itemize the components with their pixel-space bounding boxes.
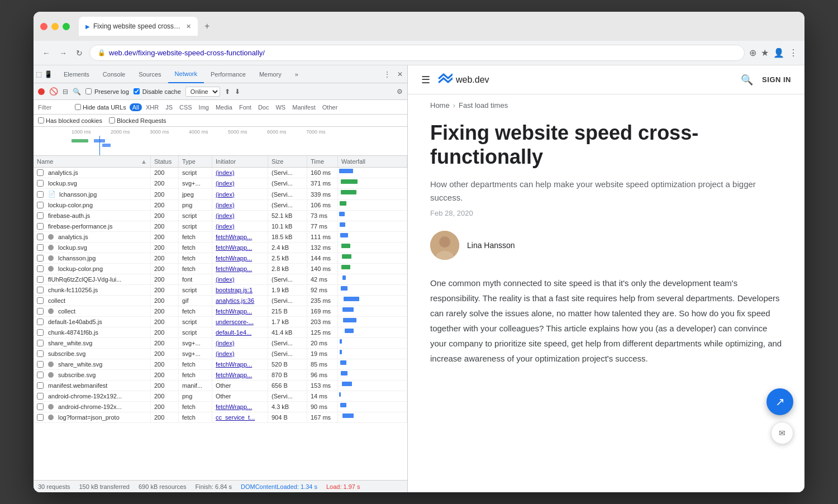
active-tab[interactable]: ▶ Fixing website speed cross-fu... ✕ (79, 17, 198, 36)
table-row[interactable]: chunk-48741f6b.js 200 script default-1e4… (34, 327, 407, 338)
filter-doc[interactable]: Doc (255, 103, 272, 111)
share-fab-button[interactable]: ↗ (766, 388, 793, 415)
tab-favicon-icon: ▶ (85, 23, 90, 30)
request-count: 30 requests (38, 483, 70, 490)
load-time[interactable]: Load: 1.97 s (326, 483, 360, 490)
webpage-content: ☰ web.dev 🔍 SIGN IN (408, 65, 804, 492)
filter-all[interactable]: All (130, 103, 142, 111)
domcontent-loaded-time[interactable]: DOMContentLoaded: 1.34 s (241, 483, 317, 490)
table-row[interactable]: firebase-auth.js 200 script (index) 52.1… (34, 211, 407, 221)
stop-button[interactable]: 🚫 (49, 87, 58, 96)
table-row[interactable]: chunk-fc110256.js 200 script bootstrap.j… (34, 285, 407, 296)
table-row[interactable]: collect 200 fetch fetchWrapp... 215 B 16… (34, 306, 407, 317)
devtools-options-icon[interactable]: ⋮ (382, 68, 393, 80)
filter-bar: Hide data URLs All XHR JS CSS Img Media … (34, 100, 407, 115)
address-bar: ← → ↻ 🔒 web.dev/fixing-website-speed-cro… (34, 41, 804, 65)
table-row[interactable]: firebase-performance.js 200 script (inde… (34, 221, 407, 232)
blocked-cookies-checkbox[interactable]: Has blocked cookies (38, 117, 102, 124)
table-row[interactable]: android-chrome-192x... 200 fetch fetchWr… (34, 402, 407, 412)
tab-performance[interactable]: Performance (204, 65, 253, 83)
filter-font[interactable]: Font (236, 103, 254, 111)
timeline-label-3000: 3000 ms (150, 129, 169, 135)
devtools-inspect-icon[interactable]: ⬚ (36, 70, 42, 78)
table-row[interactable]: lockup.svg 200 fetch fetchWrapp... 2.4 k… (34, 243, 407, 253)
sign-in-button[interactable]: SIGN IN (762, 75, 791, 84)
settings-icon[interactable]: ⚙ (397, 88, 403, 96)
account-icon[interactable]: 👤 (773, 47, 784, 58)
timeline-label-4000: 4000 ms (189, 129, 208, 135)
breadcrumb-home[interactable]: Home (430, 101, 450, 110)
tab-console[interactable]: Console (96, 65, 132, 83)
bookmarks-icon[interactable]: ★ (761, 47, 769, 58)
preserve-log-checkbox[interactable]: Preserve log (85, 88, 129, 95)
table-row[interactable]: share_white.svg 200 fetch fetchWrapp... … (34, 359, 407, 370)
table-row[interactable]: collect 200 gif analytics.js:36 (Servi..… (34, 296, 407, 306)
tab-memory[interactable]: Memory (253, 65, 288, 83)
disable-cache-checkbox[interactable]: Disable cache (134, 88, 181, 95)
back-button[interactable]: ← (40, 46, 53, 60)
timeline-label-6000: 6000 ms (267, 129, 287, 135)
search-icon[interactable]: 🔍 (741, 74, 753, 86)
article-date: Feb 28, 2020 (430, 209, 782, 217)
table-row[interactable]: lockup.svg 200 svg+... (index) (Servi...… (34, 178, 407, 189)
tab-network[interactable]: Network (168, 65, 204, 83)
close-button[interactable] (40, 23, 47, 30)
author-name: Lina Hansson (467, 241, 515, 250)
col-time: Time (307, 156, 338, 167)
tab-sources[interactable]: Sources (132, 65, 168, 83)
minimize-button[interactable] (51, 23, 59, 30)
devtools-close-icon[interactable]: ✕ (395, 68, 405, 80)
table-row[interactable]: analytics.js 200 script (index) (Servi..… (34, 168, 407, 178)
devtools-device-icon[interactable]: 📱 (44, 70, 53, 78)
table-row[interactable]: android-chrome-192x192... 200 png Other … (34, 391, 407, 402)
filter-img[interactable]: Img (196, 103, 212, 111)
tab-more[interactable]: » (288, 65, 305, 83)
table-row[interactable]: lockup-color.png 200 png (index) (Servi.… (34, 200, 407, 211)
forward-button[interactable]: → (57, 46, 69, 60)
timeline-label-5000: 5000 ms (228, 129, 247, 135)
filter-css[interactable]: CSS (177, 103, 195, 111)
refresh-button[interactable]: ↻ (74, 46, 85, 60)
table-row[interactable]: log?format=json_proto 200 fetch cc_servi… (34, 412, 407, 423)
table-row[interactable]: 📄lchansson.jpg 200 jpeg (index) (Servi..… (34, 189, 407, 200)
col-initiator: Initiator (212, 156, 268, 167)
filter-other[interactable]: Other (320, 103, 341, 111)
record-button[interactable] (38, 88, 45, 95)
breadcrumb-separator: › (453, 101, 455, 110)
download-icon[interactable]: ⬇ (235, 88, 240, 96)
table-row[interactable]: analytics.js 200 fetch fetchWrapp... 18.… (34, 232, 407, 243)
table-row[interactable]: flUhRq6tzZclQEJ-Vdg-lui... 200 font (ind… (34, 274, 407, 285)
email-fab-button[interactable]: ✉ (771, 422, 793, 444)
filter-manifest[interactable]: Manifest (289, 103, 318, 111)
tab-close-icon[interactable]: ✕ (186, 23, 191, 30)
table-row[interactable]: default-1e40abd5.js 200 script underscor… (34, 317, 407, 327)
filter-ws[interactable]: WS (273, 103, 288, 111)
filter-icon[interactable]: ⊟ (63, 88, 68, 96)
address-input[interactable]: 🔒 web.dev/fixing-website-speed-cross-fun… (89, 45, 745, 61)
filter-xhr[interactable]: XHR (143, 103, 161, 111)
throttle-select[interactable]: Online (185, 87, 220, 97)
blocked-requests-checkbox[interactable]: Blocked Requests (109, 117, 166, 124)
table-row[interactable]: share_white.svg 200 svg+... (index) (Ser… (34, 338, 407, 349)
filter-js[interactable]: JS (163, 103, 175, 111)
filter-media[interactable]: Media (213, 103, 235, 111)
menu-icon[interactable]: ⋮ (789, 47, 798, 58)
hamburger-icon[interactable]: ☰ (421, 74, 430, 86)
hide-data-urls-checkbox[interactable]: Hide data URLs (75, 104, 126, 111)
table-row[interactable]: subscribe.svg 200 svg+... (index) (Servi… (34, 349, 407, 359)
table-row[interactable]: subscribe.svg 200 fetch fetchWrapp... 87… (34, 370, 407, 381)
extensions-icon[interactable]: ⊕ (749, 47, 756, 58)
logo-text: web.dev (456, 75, 489, 85)
table-row[interactable]: lockup-color.png 200 fetch fetchWrapp...… (34, 264, 407, 274)
new-tab-button[interactable]: + (200, 19, 214, 34)
search-button[interactable]: 🔍 (73, 88, 81, 96)
tab-elements[interactable]: Elements (57, 65, 96, 83)
filter-types: All XHR JS CSS Img Media Font Doc WS Man… (130, 103, 341, 111)
tab-title: Fixing website speed cross-fu... (93, 22, 183, 30)
table-row[interactable]: lchansson.jpg 200 fetch fetchWrapp... 2.… (34, 253, 407, 264)
upload-icon[interactable]: ⬆ (225, 88, 230, 96)
maximize-button[interactable] (63, 23, 70, 30)
table-row[interactable]: manifest.webmanifest 200 manif... Other … (34, 381, 407, 391)
filter-input[interactable] (38, 104, 72, 111)
traffic-lights (40, 23, 70, 30)
